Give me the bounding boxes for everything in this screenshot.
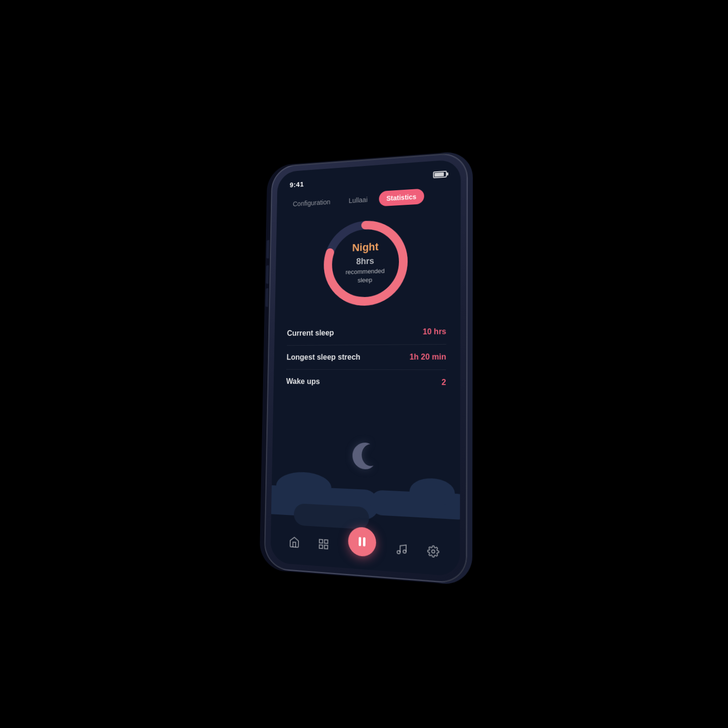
stat-row-wake-ups: Wake ups 2 [286, 370, 446, 395]
tab-statistics[interactable]: Statistics [379, 188, 424, 206]
ring-container: Night 8hrs recommended sleep [318, 213, 413, 312]
stats-section: Current sleep 10 hrs Longest sleep strec… [273, 319, 460, 395]
nav-settings[interactable] [427, 545, 439, 558]
nav-music[interactable] [396, 543, 408, 556]
svg-rect-5 [325, 545, 328, 549]
stat-row-current-sleep: Current sleep 10 hrs [287, 319, 447, 346]
stat-label-wake-ups: Wake ups [286, 377, 320, 386]
clouds [271, 447, 460, 535]
moon-svg [344, 435, 382, 476]
battery-fill [434, 172, 444, 177]
svg-point-8 [432, 550, 435, 553]
svg-rect-2 [319, 539, 323, 543]
phone-screen: 9:41 Configuration Lullaai Statistics [270, 159, 461, 577]
phone-wrapper: 9:41 Configuration Lullaai Statistics [264, 152, 468, 585]
svg-point-6 [397, 550, 400, 554]
phone-frame: 9:41 Configuration Lullaai Statistics [264, 152, 468, 585]
ring-hrs: 8hrs [356, 256, 374, 266]
stat-label-longest-sleep: Longest sleep strech [286, 353, 360, 362]
pause-icon [359, 537, 365, 546]
stat-value-current-sleep: 10 hrs [423, 327, 446, 336]
nav-home[interactable] [289, 536, 300, 548]
nav-play-button[interactable] [348, 527, 376, 557]
tab-configuration[interactable]: Configuration [286, 194, 338, 212]
stat-value-longest-sleep: 1h 20 min [410, 352, 447, 362]
stat-row-longest-sleep: Longest sleep strech 1h 20 min [286, 345, 446, 370]
night-scene [271, 428, 460, 535]
bottom-nav [270, 524, 460, 577]
stat-value-wake-ups: 2 [442, 378, 446, 387]
status-time: 9:41 [290, 180, 304, 188]
ring-text: recommended sleep [346, 267, 385, 284]
ring-section: Night 8hrs recommended sleep [275, 206, 461, 322]
ring-sublabel: 8hrs recommended sleep [342, 255, 389, 286]
ring-label: Night [342, 240, 389, 255]
svg-point-7 [403, 550, 406, 553]
nav-grid[interactable] [318, 538, 330, 550]
pause-bar-right [363, 537, 365, 546]
pause-bar-left [359, 537, 361, 546]
tab-lullaai[interactable]: Lullaai [341, 192, 375, 209]
moon [344, 435, 382, 478]
svg-rect-4 [319, 545, 323, 549]
svg-rect-3 [325, 540, 328, 544]
cloud-2 [370, 490, 461, 520]
battery-icon [433, 171, 447, 179]
ring-center: Night 8hrs recommended sleep [342, 240, 389, 285]
stat-label-current-sleep: Current sleep [287, 329, 334, 338]
status-icons [433, 171, 447, 179]
